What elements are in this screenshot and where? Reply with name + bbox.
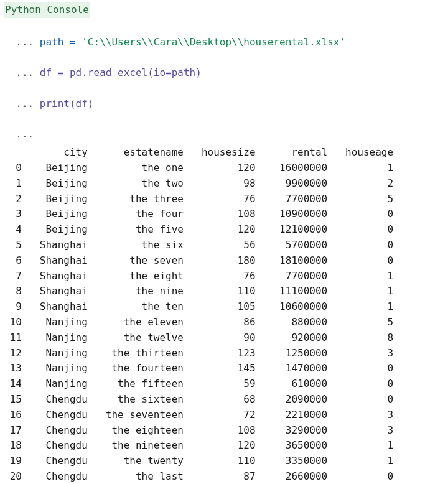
- token-code: print(df): [40, 98, 94, 109]
- console-title: Python Console: [4, 2, 90, 18]
- prompt: ...: [16, 67, 40, 78]
- token-code: df = pd.read_excel(io=path): [40, 67, 202, 78]
- code-line-read-excel: ... df = pd.read_excel(io=path): [4, 50, 444, 81]
- prompt: ...: [16, 98, 40, 109]
- code-line-assign-path: ... path = 'C:\\Users\\Cara\\Desktop\\ho…: [4, 19, 444, 50]
- code-line-print: ... print(df): [4, 81, 444, 112]
- dataframe-output: city estatename housesize rental houseag…: [4, 145, 444, 484]
- prompt: ...: [16, 128, 40, 140]
- prompt: ...: [16, 36, 40, 48]
- token-path-lhs: path =: [40, 36, 82, 48]
- token-string-literal: 'C:\\Users\\Cara\\Desktop\\houserental.x…: [82, 36, 345, 48]
- code-line-empty: ...: [4, 112, 444, 143]
